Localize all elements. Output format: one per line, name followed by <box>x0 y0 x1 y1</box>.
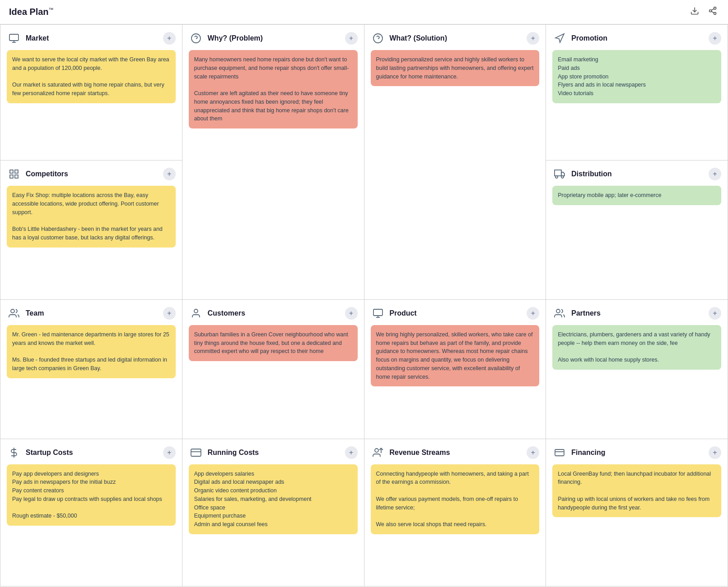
cell-team-header-left: Team <box>7 306 44 321</box>
what-add-button[interactable]: + <box>527 32 539 45</box>
share-button[interactable] <box>706 5 719 19</box>
cell-running-costs-header: Running Costs + <box>189 445 358 460</box>
svg-rect-15 <box>555 170 561 176</box>
svg-rect-12 <box>15 170 18 173</box>
svg-rect-30 <box>555 449 564 456</box>
cell-customers: Customers + Suburban families in a Green… <box>182 300 364 439</box>
svg-point-2 <box>710 10 712 12</box>
app-header: Idea Plan™ <box>0 0 728 24</box>
cell-startup-costs: Startup Costs + Pay app developers and d… <box>0 439 182 587</box>
svg-point-9 <box>373 34 382 43</box>
customers-add-button[interactable]: + <box>345 307 358 320</box>
product-add-button[interactable]: + <box>527 307 539 320</box>
cell-what-header-left: What? (Solution) <box>371 31 447 46</box>
promotion-icon <box>552 31 567 46</box>
promotion-title: Promotion <box>571 34 607 42</box>
svg-point-1 <box>714 7 716 9</box>
running-costs-icon <box>189 445 203 460</box>
svg-rect-14 <box>10 175 13 178</box>
cell-financing-header: Financing + <box>552 445 721 460</box>
cell-financing: Financing + Local GreenBay fund; then la… <box>546 439 728 587</box>
financing-add-button[interactable]: + <box>709 446 721 459</box>
cell-running-costs: Running Costs + App developers salaries … <box>182 439 364 587</box>
cell-market-header-left: Market <box>7 31 49 46</box>
cell-promotion-header-left: Promotion <box>552 31 607 46</box>
cell-running-costs-header-left: Running Costs <box>189 445 259 460</box>
why-icon <box>189 31 203 46</box>
svg-rect-21 <box>373 309 382 316</box>
competitors-card-1: Easy Fix Shop: multiple locations across… <box>7 186 176 248</box>
svg-point-19 <box>11 309 14 313</box>
why-card-1: Many homeowners need home repairs done b… <box>189 50 358 128</box>
svg-point-24 <box>556 309 560 313</box>
cell-why-header-left: Why? (Problem) <box>189 31 263 46</box>
market-icon <box>7 31 21 46</box>
promotion-card-1: Email marketing Paid ads App store promo… <box>552 50 721 103</box>
cell-distribution-header: Distribution + <box>552 167 721 181</box>
customers-icon <box>189 306 203 321</box>
cell-product-header-left: Product <box>371 306 417 321</box>
svg-point-18 <box>561 176 564 178</box>
idea-plan-grid: Market + We want to serve the local city… <box>0 24 728 587</box>
cell-why-header: Why? (Problem) + <box>189 31 358 46</box>
cell-partners-header: Partners + <box>552 306 721 321</box>
startup-costs-title: Startup Costs <box>26 449 73 457</box>
team-add-button[interactable]: + <box>163 307 176 320</box>
team-card-1: Mr. Green - led maintenance departments … <box>7 325 176 378</box>
svg-point-3 <box>714 12 716 14</box>
cell-partners-header-left: Partners <box>552 306 601 321</box>
svg-point-7 <box>191 34 200 43</box>
cell-team-header: Team + <box>7 306 176 321</box>
competitors-title: Competitors <box>26 170 68 178</box>
why-title: Why? (Problem) <box>208 34 263 42</box>
svg-line-5 <box>711 9 714 10</box>
cell-competitors-header: Competitors + <box>7 167 176 181</box>
svg-rect-11 <box>10 170 13 173</box>
cell-promotion-header: Promotion + <box>552 31 721 46</box>
revenue-streams-card-1: Connecting handypeople with homeowners, … <box>371 464 540 534</box>
cell-revenue-streams-header-left: Revenue Streams <box>371 445 450 460</box>
trademark: ™ <box>49 7 54 12</box>
cell-why: Why? (Problem) + Many homeowners need ho… <box>182 25 364 300</box>
cell-financing-header-left: Financing <box>552 445 605 460</box>
distribution-add-button[interactable]: + <box>709 168 721 180</box>
download-button[interactable] <box>688 5 701 19</box>
svg-point-28 <box>375 449 378 452</box>
revenue-streams-add-button[interactable]: + <box>527 446 539 459</box>
why-add-button[interactable]: + <box>345 32 358 45</box>
startup-costs-card-1: Pay app developers and designers Pay ads… <box>7 464 176 526</box>
what-card-1: Providing personalized service and highl… <box>371 50 540 86</box>
cell-product-header: Product + <box>371 306 540 321</box>
cell-promotion: Promotion + Email marketing Paid ads App… <box>546 25 728 161</box>
product-title: Product <box>390 309 417 317</box>
cell-market-header: Market + <box>7 31 176 46</box>
running-costs-add-button[interactable]: + <box>345 446 358 459</box>
cell-partners: Partners + Electricians, plumbers, garde… <box>546 300 728 439</box>
revenue-streams-title: Revenue Streams <box>390 449 450 457</box>
cell-product: Product + We bring highly personalized, … <box>364 300 546 439</box>
svg-marker-16 <box>561 172 564 176</box>
startup-costs-icon <box>7 445 21 460</box>
revenue-streams-icon <box>371 445 385 460</box>
cell-what: What? (Solution) + Providing personalize… <box>364 25 546 300</box>
competitors-icon <box>7 167 21 181</box>
partners-title: Partners <box>571 309 601 317</box>
product-icon <box>371 306 385 321</box>
partners-add-button[interactable]: + <box>709 307 721 320</box>
promotion-add-button[interactable]: + <box>709 32 721 45</box>
partners-icon <box>552 306 567 321</box>
market-title: Market <box>26 34 49 42</box>
svg-rect-13 <box>15 175 18 178</box>
svg-point-17 <box>555 176 558 178</box>
financing-icon <box>552 445 567 460</box>
competitors-add-button[interactable]: + <box>163 168 176 180</box>
startup-costs-add-button[interactable]: + <box>163 446 176 459</box>
team-title: Team <box>26 309 44 317</box>
svg-rect-26 <box>191 449 201 456</box>
what-icon <box>371 31 385 46</box>
cell-competitors: Competitors + Easy Fix Shop: multiple lo… <box>0 161 182 300</box>
svg-rect-6 <box>9 34 18 41</box>
market-card-1: We want to serve the local city market w… <box>7 50 176 103</box>
market-add-button[interactable]: + <box>163 32 176 45</box>
financing-title: Financing <box>571 449 605 457</box>
